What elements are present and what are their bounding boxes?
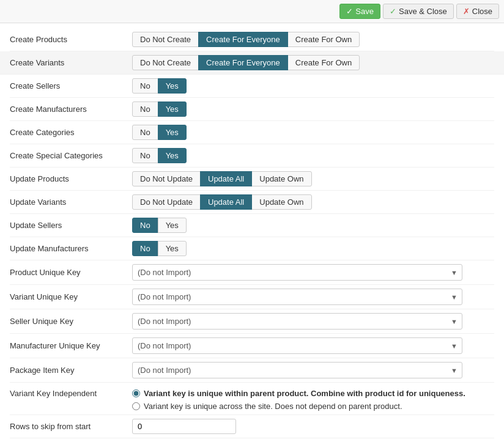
label-product-unique-key: Product Unique Key bbox=[10, 268, 132, 277]
save-label: Save bbox=[355, 7, 374, 16]
manufacturer-unique-key-wrapper: (Do not Import) ▼ bbox=[132, 337, 462, 354]
create-products-no[interactable]: Do Not Create bbox=[132, 32, 199, 47]
row-create-categories: Create Categories No Yes bbox=[10, 121, 494, 144]
save-close-button[interactable]: ✓ Save & Close bbox=[383, 4, 454, 19]
row-create-manufacturers: Create Manufacturers No Yes bbox=[10, 98, 494, 121]
row-seller-unique-key: Seller Unique Key (Do not Import) ▼ bbox=[10, 309, 494, 334]
seller-unique-key-select[interactable]: (Do not Import) bbox=[132, 313, 462, 330]
save-button[interactable]: ✓ Save bbox=[339, 4, 380, 19]
row-product-unique-key: Product Unique Key (Do not Import) ▼ bbox=[10, 260, 494, 285]
create-categories-no[interactable]: No bbox=[132, 125, 158, 140]
radio-item-2: Variant key is unique across the site. D… bbox=[132, 402, 465, 411]
label-seller-unique-key: Seller Unique Key bbox=[10, 317, 132, 326]
create-products-all[interactable]: Create For Everyone bbox=[198, 32, 288, 47]
label-create-special-categories: Create Special Categories bbox=[10, 151, 132, 160]
create-sellers-no[interactable]: No bbox=[132, 78, 158, 94]
row-create-products: Create Products Do Not Create Create For… bbox=[10, 28, 494, 51]
create-sellers-group: No Yes bbox=[132, 78, 187, 94]
row-rows-import: Number of rows to import bbox=[10, 438, 494, 442]
variant-key-label-2: Variant key is unique across the site. D… bbox=[144, 402, 402, 411]
row-create-variants: Create Variants Do Not Create Create For… bbox=[0, 51, 504, 75]
label-create-variants: Create Variants bbox=[10, 58, 132, 67]
label-update-sellers: Update Sellers bbox=[10, 221, 132, 230]
variant-key-independent-group: Variant key is unique within parent prod… bbox=[132, 389, 465, 411]
variant-unique-key-wrapper: (Do not Import) ▼ bbox=[132, 289, 462, 305]
update-manufacturers-yes[interactable]: Yes bbox=[158, 241, 187, 256]
create-variants-no[interactable]: Do Not Create bbox=[132, 55, 199, 70]
create-special-categories-group: No Yes bbox=[132, 148, 187, 163]
row-variant-key-independent: Variant Key Independent Variant key is u… bbox=[10, 383, 494, 415]
create-variants-group: Do Not Create Create For Everyone Create… bbox=[132, 55, 360, 70]
update-products-all[interactable]: Update All bbox=[200, 171, 252, 186]
update-sellers-yes[interactable]: Yes bbox=[158, 218, 187, 233]
main-content: Create Products Do Not Create Create For… bbox=[0, 23, 504, 442]
rows-skip-input[interactable] bbox=[132, 419, 236, 434]
row-update-manufacturers: Update Manufacturers No Yes bbox=[10, 237, 494, 260]
x-icon: ✗ bbox=[463, 7, 470, 16]
update-products-group: Do Not Update Update All Update Own bbox=[132, 171, 312, 186]
product-unique-key-wrapper: (Do not Import) ▼ bbox=[132, 264, 462, 281]
create-sellers-yes[interactable]: Yes bbox=[158, 78, 187, 94]
update-sellers-group: No Yes bbox=[132, 218, 187, 233]
toolbar: ✓ Save ✓ Save & Close ✗ Close bbox=[0, 0, 504, 23]
label-variant-key-independent: Variant Key Independent bbox=[10, 389, 132, 398]
label-update-variants: Update Variants bbox=[10, 197, 132, 207]
label-update-products: Update Products bbox=[10, 174, 132, 183]
variant-unique-key-select[interactable]: (Do not Import) bbox=[132, 289, 462, 305]
create-categories-group: No Yes bbox=[132, 125, 187, 140]
row-package-item-key: Package Item Key (Do not Import) ▼ bbox=[10, 358, 494, 383]
label-variant-unique-key: Variant Unique Key bbox=[10, 292, 132, 301]
variant-key-radio-2[interactable] bbox=[132, 402, 140, 410]
update-manufacturers-group: No Yes bbox=[132, 241, 187, 256]
create-variants-all[interactable]: Create For Everyone bbox=[198, 55, 288, 70]
create-special-categories-yes[interactable]: Yes bbox=[158, 148, 187, 163]
label-create-manufacturers: Create Manufacturers bbox=[10, 105, 132, 114]
package-item-key-wrapper: (Do not Import) ▼ bbox=[132, 362, 462, 378]
seller-unique-key-wrapper: (Do not Import) ▼ bbox=[132, 313, 462, 330]
product-unique-key-select[interactable]: (Do not Import) bbox=[132, 264, 462, 281]
radio-item-1: Variant key is unique within parent prod… bbox=[132, 389, 465, 398]
close-button[interactable]: ✗ Close bbox=[456, 4, 499, 19]
create-special-categories-no[interactable]: No bbox=[132, 148, 158, 163]
row-update-sellers: Update Sellers No Yes bbox=[10, 214, 494, 237]
create-manufacturers-group: No Yes bbox=[132, 101, 187, 117]
check-icon: ✓ bbox=[390, 7, 396, 16]
row-update-products: Update Products Do Not Update Update All… bbox=[10, 168, 494, 191]
update-manufacturers-no[interactable]: No bbox=[132, 241, 158, 256]
row-create-sellers: Create Sellers No Yes bbox=[10, 75, 494, 98]
label-manufacturer-unique-key: Manufacturer Unique Key bbox=[10, 341, 132, 350]
update-variants-group: Do Not Update Update All Update Own bbox=[132, 194, 312, 210]
label-update-manufacturers: Update Manufacturers bbox=[10, 244, 132, 253]
update-variants-no[interactable]: Do Not Update bbox=[132, 194, 201, 210]
row-update-variants: Update Variants Do Not Update Update All… bbox=[10, 191, 494, 214]
create-products-own[interactable]: Create For Own bbox=[287, 32, 360, 47]
row-variant-unique-key: Variant Unique Key (Do not Import) ▼ bbox=[10, 285, 494, 309]
label-create-categories: Create Categories bbox=[10, 128, 132, 137]
label-create-products: Create Products bbox=[10, 35, 132, 44]
create-variants-own[interactable]: Create For Own bbox=[287, 55, 360, 70]
package-item-key-select[interactable]: (Do not Import) bbox=[132, 362, 462, 378]
update-variants-own[interactable]: Update Own bbox=[251, 194, 311, 210]
create-manufacturers-yes[interactable]: Yes bbox=[158, 101, 187, 117]
update-variants-all[interactable]: Update All bbox=[200, 194, 252, 210]
create-categories-yes[interactable]: Yes bbox=[158, 125, 187, 140]
create-manufacturers-no[interactable]: No bbox=[132, 101, 158, 117]
update-sellers-no[interactable]: No bbox=[132, 218, 158, 233]
manufacturer-unique-key-select[interactable]: (Do not Import) bbox=[132, 337, 462, 354]
variant-key-radio-1[interactable] bbox=[132, 389, 140, 397]
close-label: Close bbox=[472, 7, 492, 16]
update-products-own[interactable]: Update Own bbox=[251, 171, 311, 186]
label-rows-skip: Rows to skip from start bbox=[10, 422, 132, 431]
save-close-label: Save & Close bbox=[399, 7, 447, 16]
variant-key-label-1: Variant key is unique within parent prod… bbox=[144, 389, 465, 398]
row-manufacturer-unique-key: Manufacturer Unique Key (Do not Import) … bbox=[10, 334, 494, 358]
label-create-sellers: Create Sellers bbox=[10, 81, 132, 90]
create-products-group: Do Not Create Create For Everyone Create… bbox=[132, 32, 360, 47]
row-rows-skip: Rows to skip from start bbox=[10, 415, 494, 438]
update-products-no[interactable]: Do Not Update bbox=[132, 171, 201, 186]
label-package-item-key: Package Item Key bbox=[10, 366, 132, 375]
row-create-special-categories: Create Special Categories No Yes bbox=[10, 144, 494, 168]
save-icon: ✓ bbox=[346, 7, 353, 16]
